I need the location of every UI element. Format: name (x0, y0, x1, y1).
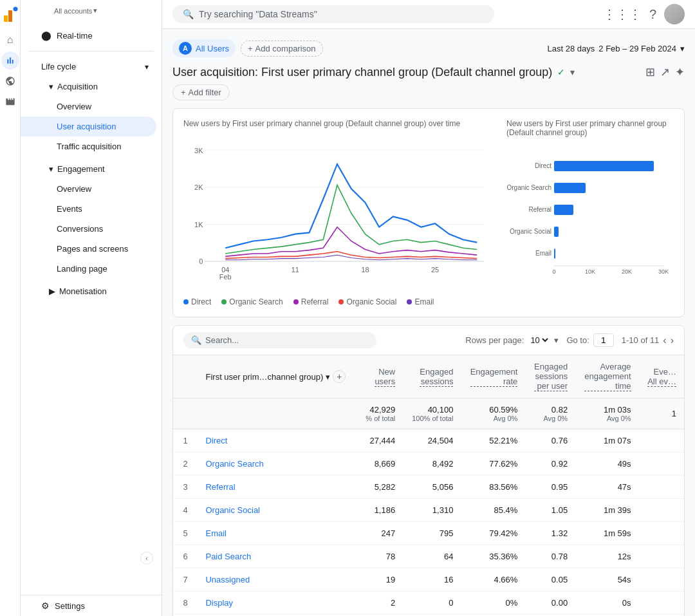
sidebar-item-pages-screens[interactable]: Pages and screens (21, 239, 156, 259)
sidebar-item-acquisition-overview[interactable]: Overview (21, 97, 156, 117)
sidebar-collapse-button[interactable]: ‹ (140, 552, 153, 565)
engagement-expand-icon: ▾ (49, 164, 53, 174)
row-engagement-rate-cell: 35.36% (461, 545, 525, 568)
row-avg-engagement-cell: 47s (575, 476, 638, 499)
svg-text:18: 18 (361, 266, 369, 274)
filter-section: + Add filter (172, 84, 685, 100)
explore-svg-icon (5, 76, 15, 86)
sidebar-item-traffic-acquisition[interactable]: Traffic acquisition (21, 136, 156, 156)
svg-text:Organic Social: Organic Social (510, 228, 551, 235)
row-avg-engagement-cell: 0s (575, 592, 638, 615)
row-new-users-cell: 247 (357, 522, 403, 545)
col-header-events[interactable]: Eve…All ev… (639, 355, 684, 398)
svg-rect-22 (554, 205, 573, 215)
settings-section: ⚙ Settings (21, 595, 162, 616)
sidebar-item-events[interactable]: Events (21, 199, 156, 219)
add-dimension-button[interactable]: + (333, 370, 346, 383)
row-avg-engagement-cell: 12s (575, 545, 638, 568)
dimension-selector[interactable]: First user prim…channel group) ▾ + (205, 370, 349, 383)
sidebar-item-acquisition[interactable]: ▾ Acquisition (21, 77, 156, 97)
icon-bar: ⌂ (0, 0, 21, 616)
row-events-cell (639, 499, 684, 522)
sidebar-item-monetisation[interactable]: ▶ Monetisation (21, 281, 156, 301)
chart-container: New users by First user primary channel … (183, 119, 674, 306)
rows-per-page-select[interactable]: 10 25 50 (528, 335, 550, 346)
svg-rect-24 (554, 227, 559, 237)
svg-text:1K: 1K (194, 221, 203, 229)
bar-chart-icon (5, 55, 15, 66)
col-header-engaged-per-user[interactable]: Engagedsessionsper user (525, 355, 575, 398)
help-icon[interactable]: ? (649, 7, 656, 22)
col-header-new-users[interactable]: Newusers (357, 355, 403, 398)
all-accounts-label[interactable]: All accounts ▾ (54, 6, 97, 17)
sidebar-item-settings[interactable]: ⚙ Settings (21, 595, 156, 616)
col-header-avg-engagement[interactable]: Averageengagementtime (575, 355, 638, 398)
sidebar-item-engagement-overview[interactable]: Overview (21, 179, 156, 199)
customize-icon[interactable]: ⊞ (645, 65, 655, 79)
table-row: 5 Email 247 795 79.42% 1.32 1m 59s (173, 522, 684, 545)
table-container: First user prim…channel group) ▾ + Newus… (173, 355, 684, 616)
pagination-info: 1-10 of 11 (622, 335, 660, 345)
row-events-cell (639, 522, 684, 545)
legend-item-referral: Referral (293, 297, 329, 306)
all-users-chip[interactable]: A All Users (172, 39, 236, 57)
pagination-prev-button[interactable]: ‹ (663, 335, 666, 346)
row-engagement-rate-cell: 85.4% (461, 499, 525, 522)
row-new-users-cell: 8,669 (357, 453, 403, 476)
sidebar-item-conversions[interactable]: Conversions (21, 219, 156, 239)
sidebar-item-landing-page[interactable]: Landing page (21, 259, 156, 279)
explore-icon[interactable] (1, 72, 19, 90)
share-icon[interactable]: ↗ (660, 65, 670, 79)
line-chart-title: New users by First user primary channel … (183, 119, 491, 128)
sidebar-item-lifecycle[interactable]: Life cycle ▾ (21, 57, 156, 77)
date-range-selector[interactable]: Last 28 days 2 Feb – 29 Feb 2024 ▾ (548, 44, 685, 53)
user-avatar[interactable] (664, 4, 685, 24)
col-header-engaged-sessions[interactable]: Engagedsessions (403, 355, 461, 398)
svg-rect-1 (8, 10, 12, 22)
row-avg-engagement-cell: 54s (575, 568, 638, 592)
home-icon[interactable]: ⌂ (1, 31, 19, 49)
page-title-actions: ⊞ ↗ ✦ (645, 65, 685, 79)
add-comparison-button[interactable]: + Add comparison (241, 41, 323, 57)
total-new-users-cell: 42,929 % of total (357, 398, 403, 429)
page-title-chevron-icon[interactable]: ▾ (570, 67, 575, 77)
row-engaged-sessions-cell: 795 (403, 522, 461, 545)
table-search[interactable]: 🔍 Search... (183, 332, 376, 348)
row-channel-cell: Referral (198, 476, 357, 499)
row-num-cell: 7 (173, 568, 198, 592)
search-box[interactable]: 🔍 Try searching "Data Streams" (172, 5, 494, 23)
row-engaged-per-user-cell: 1.32 (525, 522, 575, 545)
pagination-next-button[interactable]: › (671, 335, 674, 346)
row-avg-engagement-cell: 1m 07s (575, 429, 638, 453)
pagination-control: 1-10 of 11 ‹ › (622, 335, 674, 346)
insights-icon[interactable]: ✦ (675, 65, 685, 79)
sidebar-item-user-acquisition[interactable]: User acquisition (21, 117, 156, 136)
row-new-users-cell: 27,444 (357, 429, 403, 453)
rows-per-page-control: Rows per page: 10 25 50 ▾ (465, 335, 559, 346)
legend-item-organic-social: Organic Social (338, 297, 396, 306)
bar-chart-title: New users by First user primary channel … (506, 119, 674, 137)
legend-dot-email (407, 299, 412, 304)
bar-chart-area: New users by First user primary channel … (506, 119, 674, 306)
svg-text:20K: 20K (622, 268, 632, 275)
go-to-input[interactable] (593, 333, 614, 347)
reports-icon[interactable] (1, 51, 19, 70)
table-card: 🔍 Search... Rows per page: 10 25 50 ▾ Go… (172, 325, 685, 616)
sidebar-item-realtime[interactable]: ⬤ Real-time (21, 25, 156, 46)
user-chip-label: All Users (196, 44, 229, 53)
sidebar-item-engagement[interactable]: ▾ Engagement (21, 159, 156, 179)
apps-icon[interactable]: ⋮⋮⋮ (603, 6, 642, 22)
col-header-num (173, 355, 198, 398)
svg-text:Organic Search: Organic Search (507, 184, 551, 191)
add-filter-button[interactable]: + Add filter (172, 84, 230, 100)
advertising-icon[interactable] (1, 93, 19, 111)
col-header-engagement-rate[interactable]: Engagementrate (461, 355, 525, 398)
status-indicator: ✓ (557, 67, 565, 77)
svg-rect-26 (554, 248, 555, 259)
row-engagement-rate-cell: 83.56% (461, 476, 525, 499)
row-new-users-cell: 19 (357, 568, 403, 592)
row-num-cell: 8 (173, 592, 198, 615)
rows-per-page-chevron-icon: ▾ (554, 335, 559, 345)
row-num-cell: 3 (173, 476, 198, 499)
nav-divider-1 (28, 51, 154, 51)
